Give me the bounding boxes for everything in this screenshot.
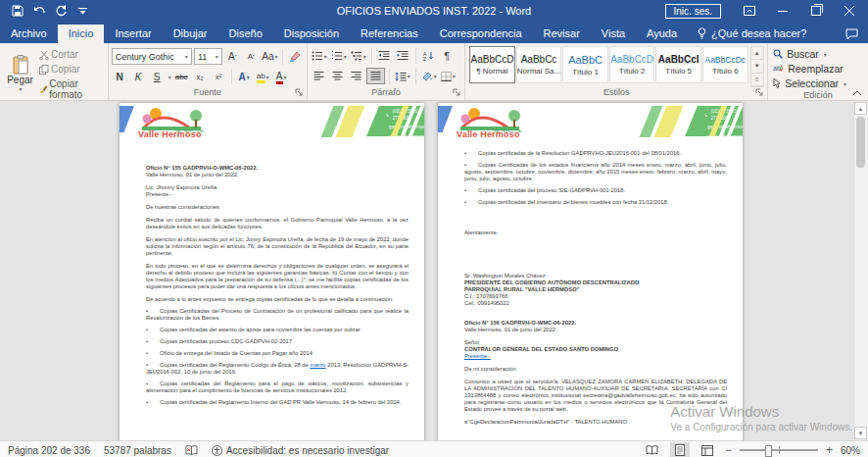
increase-indent-button[interactable] [395, 49, 411, 64]
tab-inicio[interactable]: Inicio [58, 25, 105, 43]
zoom-out-button[interactable]: − [725, 443, 732, 457]
copy-button[interactable]: Copiar [37, 63, 105, 76]
zoom-in-button[interactable]: + [826, 443, 833, 457]
format-painter-button[interactable]: Copiar formato [37, 77, 105, 101]
decrease-indent-button[interactable] [376, 49, 393, 64]
grow-font-button[interactable]: Aˆ [224, 49, 241, 64]
sign-in-button[interactable]: Inic. ses. [665, 4, 721, 19]
page-indicator[interactable]: Página 202 de 336 [8, 445, 90, 456]
undo-icon[interactable] [31, 3, 47, 19]
minimize-button[interactable] [768, 1, 797, 21]
redo-icon[interactable] [53, 3, 69, 19]
hyperlink[interactable]: Presente.- [464, 353, 491, 359]
multilevel-list-button[interactable]: ▾ [350, 49, 367, 64]
tab-diseno[interactable]: Diseño [218, 25, 273, 43]
restore-button[interactable] [801, 1, 831, 21]
scroll-up-icon[interactable]: ▲ [854, 102, 867, 115]
text-effects-button[interactable]: A▾ [236, 70, 253, 84]
style-titulo-2[interactable]: AaBbCcD Título 2 [609, 46, 655, 83]
clear-formatting-icon[interactable] [287, 49, 304, 64]
font-size-select[interactable]: 11▾ [194, 48, 222, 65]
paragraph: En atención al oficio suscrito por el Li… [146, 236, 409, 257]
dialog-launcher-icon[interactable] [453, 88, 460, 96]
gallery-more-icon[interactable]: ≡ [751, 74, 764, 86]
style-name: ¶ Normal [476, 67, 507, 76]
align-right-button[interactable] [348, 69, 364, 83]
bullet-list-button[interactable]: ▾ [311, 49, 328, 64]
dialog-launcher-icon[interactable] [295, 88, 303, 96]
borders-button[interactable]: ▾ [440, 69, 457, 83]
style-normal-sa[interactable]: AaBbCc Normal Sa... [516, 46, 562, 83]
vertical-scrollbar[interactable]: ▲ ▼ [853, 101, 868, 440]
tab-ayuda[interactable]: Ayuda [636, 25, 688, 43]
styles-gallery-scroll[interactable]: ▲ ▼ ≡ [750, 46, 765, 87]
align-left-button[interactable] [311, 69, 327, 83]
tab-archivo[interactable]: Archivo [0, 25, 58, 43]
proofing-icon[interactable] [185, 445, 198, 456]
tell-me-search[interactable]: ¿Qué desea hacer? [688, 25, 816, 43]
bold-button[interactable]: N [112, 70, 128, 84]
find-label: Buscar [787, 48, 819, 60]
tab-dibujar[interactable]: Dibujar [163, 25, 218, 43]
chevron-down-icon[interactable]: ▾ [169, 74, 171, 80]
change-case-button[interactable]: Aa▾ [262, 49, 278, 64]
customize-qat-icon[interactable] [74, 3, 90, 19]
cut-button[interactable]: Cortar [37, 48, 105, 61]
shading-button[interactable]: ▾ [420, 69, 438, 83]
word-count[interactable]: 53787 palabras [104, 445, 171, 456]
zoom-slider-thumb[interactable] [765, 445, 772, 457]
zoom-percentage[interactable]: 60% [841, 445, 860, 456]
numbered-list-button[interactable]: ▾ [330, 49, 348, 64]
tab-referencias[interactable]: Referencias [350, 25, 429, 43]
show-marks-button[interactable]: ¶ [439, 49, 456, 64]
italic-button[interactable]: K [130, 70, 147, 84]
gallery-down-icon[interactable]: ▼ [751, 60, 764, 73]
superscript-button[interactable]: x² [211, 70, 227, 84]
tab-correspondencia[interactable]: Correspondencia [429, 25, 533, 43]
style-titulo-5[interactable]: AaBbCcI Título 5 [655, 46, 701, 83]
collapse-ribbon-icon[interactable] [852, 90, 862, 96]
font-family-select[interactable]: Century Gothic▾ [112, 48, 192, 65]
find-button[interactable]: Buscar▾ [771, 47, 848, 61]
save-icon[interactable] [10, 3, 25, 19]
subscript-button[interactable]: x₂ [192, 70, 209, 84]
addressee-title: CONTRALOR GENERAL DEL ESTADO SANTO DOMIN… [464, 346, 727, 353]
title-bar: OFICIOS ENVIADOS INST. 2022 - Word Inic.… [0, 0, 868, 22]
print-layout-icon[interactable] [670, 442, 690, 457]
close-button[interactable] [835, 1, 864, 21]
document-page-1[interactable]: Valle Hermoso GAD PARROQUIAL (02)2773220… [120, 103, 424, 440]
align-center-button[interactable] [329, 69, 346, 83]
replace-button[interactable]: ab Reemplazar [771, 62, 848, 76]
scroll-down-icon[interactable]: ▼ [854, 427, 867, 439]
zoom-slider[interactable] [740, 449, 818, 451]
tab-revisar[interactable]: Revisar [533, 25, 591, 43]
dialog-launcher-icon[interactable] [755, 88, 763, 96]
tab-insertar[interactable]: Insertar [104, 25, 162, 43]
underline-button[interactable]: S [149, 70, 166, 84]
style-titulo-6[interactable]: AaBbCcDc Título 6 [702, 46, 748, 83]
style-normal[interactable]: AaBbCcD ¶ Normal [469, 46, 515, 83]
read-mode-icon[interactable] [643, 442, 662, 457]
font-color-button[interactable]: A▾ [273, 70, 290, 84]
ribbon-display-options-icon[interactable] [735, 1, 764, 21]
shrink-font-button[interactable]: Aˇ [243, 49, 260, 64]
justify-button[interactable] [366, 68, 385, 84]
gallery-up-icon[interactable]: ▲ [751, 47, 764, 60]
line-spacing-button[interactable]: ▾ [394, 69, 411, 83]
paste-button[interactable]: Pegar ▾ [3, 45, 37, 101]
strikethrough-button[interactable]: abc [173, 70, 190, 84]
tab-disposicion[interactable]: Disposición [273, 25, 350, 43]
comments-icon[interactable] [840, 25, 868, 43]
highlight-color-button[interactable]: ab▾ [255, 70, 271, 84]
valle-hermoso-logo: Valle Hermoso GAD PARROQUIAL [136, 106, 242, 139]
document-page-2[interactable]: Valle Hermoso GAD PARROQUIAL (02)2773220… [438, 103, 743, 440]
tab-vista[interactable]: Vista [591, 25, 636, 43]
web-layout-icon[interactable] [698, 442, 717, 457]
style-titulo-1[interactable]: AaBbC Título 1 [562, 46, 608, 83]
accessibility-status[interactable]: Accesibilidad: es necesario investigar [212, 445, 389, 456]
hyperlink[interactable]: marzo [310, 362, 325, 368]
sort-button[interactable]: AZ [420, 49, 437, 64]
select-button[interactable]: Seleccionar▾ [771, 76, 848, 90]
document-canvas[interactable]: Valle Hermoso GAD PARROQUIAL (02)2773220… [0, 101, 868, 440]
scrollbar-thumb[interactable] [856, 117, 865, 168]
